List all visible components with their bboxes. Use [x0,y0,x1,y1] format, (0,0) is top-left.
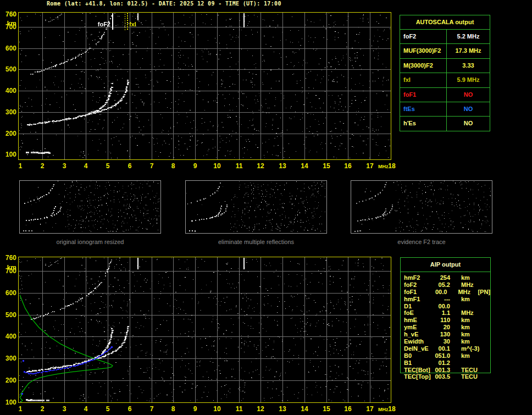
param-value: 110 [435,317,450,324]
param-label: hmF2 [404,274,435,281]
y-axis-unit-label: km [0,264,16,272]
table-row: TEC[Bot]001.3TECU [404,367,490,374]
param-label: ymE [404,324,435,331]
table-row: foF205.2MHz [404,281,490,289]
autoscala-table: AUTOSCALA output foF2 5.2 MHz MUF(3000)F… [400,15,490,131]
x-tick-label: 3 [58,405,70,413]
panel-caption-evidence: evidence F2 trace [351,239,492,245]
y-tick-label: 500 [0,65,16,73]
x-tick-label: 12 [254,162,267,170]
table-row: hmF1---km [404,296,490,303]
y-tick-label: 500 [0,311,16,319]
x-tick-label: 5 [102,405,114,413]
marker-label-foF2: foF2 [91,21,110,27]
panel-caption-eliminate: eliminate multiple reflections [186,239,326,245]
param-unit: km [461,352,478,359]
autoscala-table-title: AUTOSCALA output [400,15,490,30]
param-label: foF1 [400,88,447,102]
table-row: D100.0 [404,303,490,310]
aip-table: AIP output hmF2254km foF205.2MHz foF100.… [400,257,491,373]
table-row: MUF(3000)F2 17.3 MHz [400,44,490,58]
param-value: NO [447,117,490,130]
param-unit: m^(-3) [461,345,478,352]
param-label: TEC[Bot] [404,367,435,374]
param-value: 00.1 [435,345,450,352]
x-tick-label: 5 [102,162,114,170]
x-tick-label: 7 [146,162,158,170]
x-tick-label: 15 [320,405,332,413]
table-row: h'Es NO [400,117,490,130]
panel-evidence-f2 [351,180,492,234]
table-row: foE1.1MHz [404,309,490,317]
param-unit: TECU [461,367,478,374]
table-row: foF100.0MHz[PN] [404,289,490,296]
table-row: foF2 5.2 MHz [400,30,490,44]
x-tick-label: 2 [36,162,48,170]
param-value: 01.2 [435,359,450,367]
table-row: hmE110km [404,317,490,324]
panel-original-canvas [20,181,159,232]
param-value: --- [435,296,450,303]
param-unit: MHz [461,309,478,317]
y-axis-unit-label: km [0,20,16,27]
table-row: foF1 NO [400,88,490,102]
x-tick-label: 10 [211,162,223,170]
param-unit: km [461,274,478,281]
x-tick-label: 4 [80,162,92,170]
param-value: 17.3 MHz [447,44,490,58]
param-unit [461,303,478,310]
x-axis-unit-label: MHz [378,164,389,169]
param-value: 05.2 [435,281,450,289]
param-unit: km [461,331,478,338]
param-value: 20 [435,324,450,331]
page-title: Rome (lat: +41.8, lon: 012.5) - DATE: 20… [47,1,281,7]
table-row: TEC[Top]003.5TECU [404,373,490,380]
param-value: 1.1 [435,309,450,317]
param-value: 3.33 [447,59,490,73]
param-value: 5.9 MHz [447,73,490,87]
param-label: DelN_vE [404,345,435,352]
x-tick-label: 14 [298,405,311,413]
table-row: B0051.0km [404,352,490,359]
param-value: 00.0 [435,303,450,310]
x-tick-label: 17 [364,162,376,170]
param-label: TEC[Top] [404,373,435,380]
x-tick-label: 10 [211,405,223,413]
param-value: NO [447,102,490,116]
aip-table-title: AIP output [401,258,490,272]
y-tick-label: 200 [0,377,16,384]
param-value: 5.2 MHz [447,30,490,43]
param-label: h'Es [400,117,447,130]
table-row: ymE20km [404,324,490,331]
x-tick-label: 4 [80,405,92,413]
param-label: foF2 [400,30,447,43]
y-tick-label: 600 [0,289,16,297]
param-value: 003.5 [435,373,450,380]
top-ionogram-canvas [19,13,391,159]
param-label: foE [404,309,435,317]
param-value: 00.0 [433,289,447,296]
param-value: 130 [435,331,450,338]
table-row: DelN_vE00.1m^(-3) [404,345,490,352]
y-tick-label: 300 [0,108,16,116]
x-tick-label: 6 [124,405,136,413]
table-row: M(3000)F2 3.33 [400,59,490,73]
x-tick-label: 11 [233,162,245,170]
x-tick-label: 8 [167,405,179,413]
x-tick-label: 1 [14,405,26,413]
marker-label-fxI: fxI [129,21,136,27]
table-row: B101.2 [404,359,490,367]
panel-eliminate-canvas [186,181,325,232]
y-tick-label: 600 [0,45,16,52]
x-tick-label: 12 [254,405,267,413]
param-value: 051.0 [435,352,450,359]
param-unit [461,359,478,367]
param-value: 254 [435,274,450,281]
param-unit: MHz [458,289,473,296]
panel-eliminate-reflections [185,180,327,234]
x-tick-label: 17 [364,405,376,413]
x-tick-label: 6 [124,162,136,170]
panel-original-ionogram [19,180,161,234]
param-label: ftEs [400,102,447,116]
param-value: 30 [435,338,450,345]
